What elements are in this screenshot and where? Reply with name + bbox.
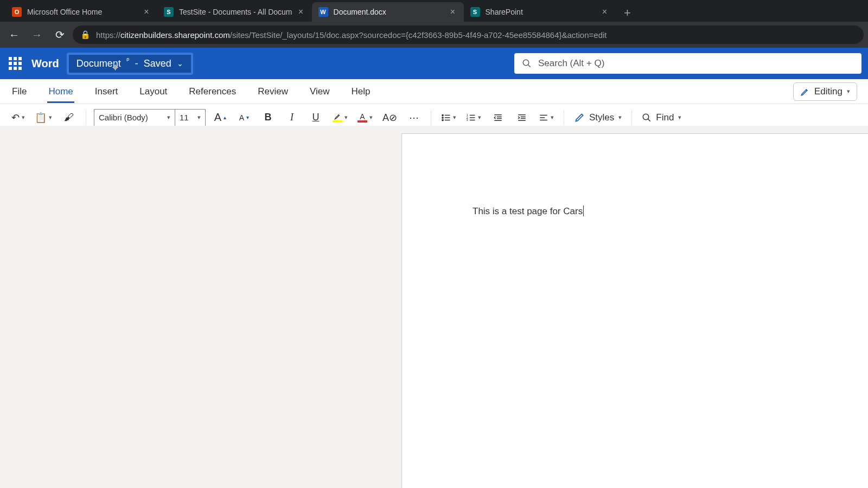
more-formatting-button[interactable]: ⋯ (405, 108, 423, 127)
tab-view[interactable]: View (309, 81, 331, 102)
tab-file[interactable]: File (11, 81, 28, 102)
chevron-down-icon: ▾ (369, 114, 373, 121)
favicon-office-icon: O (12, 7, 22, 17)
close-icon[interactable]: × (601, 8, 609, 16)
font-name-select[interactable]: Calibri (Body) ▾ (94, 109, 175, 126)
tab-title: Document.docx (334, 8, 444, 16)
svg-point-25 (643, 114, 649, 120)
separator (564, 110, 564, 125)
url-path: /sites/TestSite/_layouts/15/doc.aspx?sou… (230, 30, 607, 40)
presence-icon: ᵖ (126, 56, 130, 65)
svg-point-6 (442, 119, 443, 120)
outdent-icon (493, 113, 503, 123)
bullets-button[interactable]: ▾ (439, 108, 458, 127)
ribbon-tabs: File Home Insert Layout References Revie… (0, 79, 868, 104)
highlight-color-button[interactable]: ▾ (330, 108, 350, 127)
styles-button[interactable]: Styles ▾ (572, 108, 624, 127)
favicon-sharepoint-icon: S (164, 7, 174, 17)
url-input[interactable]: 🔒 https://citizenbuilders.sharepoint.com… (73, 25, 864, 44)
font-color-swatch (358, 120, 367, 123)
tab-insert[interactable]: Insert (94, 81, 119, 102)
text-cursor (583, 206, 584, 216)
svg-point-2 (442, 114, 443, 115)
tab-review[interactable]: Review (257, 81, 289, 102)
undo-button[interactable]: ↶▾ (9, 108, 27, 127)
browser-tab[interactable]: S SharePoint × (464, 2, 616, 22)
find-button[interactable]: Find ▾ (640, 108, 684, 127)
font-size-value: 11 (180, 113, 189, 122)
chevron-down-icon: ▾ (551, 114, 554, 121)
favicon-sharepoint-icon: S (470, 7, 480, 17)
browser-tab[interactable]: S TestSite - Documents - All Docum × (157, 2, 312, 22)
indent-icon (517, 113, 527, 123)
document-page[interactable]: This is a test page for Cars (401, 133, 868, 488)
separator: - (135, 58, 138, 69)
clear-formatting-button[interactable]: A⊘ (380, 108, 399, 127)
browser-tab-active[interactable]: W Document.docx × (312, 2, 464, 22)
styles-label: Styles (589, 112, 614, 123)
app-launcher-icon[interactable] (7, 55, 24, 72)
chevron-down-icon: ▾ (22, 114, 25, 121)
search-input[interactable]: Search (Alt + Q) (514, 53, 861, 74)
underline-button[interactable]: U (307, 108, 325, 127)
tab-references[interactable]: References (188, 81, 237, 102)
tab-title: SharePoint (486, 8, 596, 16)
chevron-down-icon: ▾ (618, 114, 622, 121)
tab-title: Microsoft Office Home (27, 8, 138, 16)
browser-chrome: O Microsoft Office Home × S TestSite - D… (0, 0, 868, 48)
align-button[interactable]: ▾ (537, 108, 556, 127)
mode-label: Editing (814, 86, 843, 97)
chevron-down-icon: ⌄ (177, 59, 183, 68)
chevron-down-icon: ▾ (197, 114, 201, 121)
url-host: citizenbuilders.sharepoint.com (120, 30, 230, 40)
app-name: Word (31, 57, 59, 70)
decrease-indent-button[interactable] (489, 108, 507, 127)
new-tab-button[interactable]: + (619, 4, 636, 22)
font-size-select[interactable]: 11 ▾ (175, 109, 206, 126)
highlighter-icon (333, 113, 342, 120)
font-color-button[interactable]: A ▾ (355, 108, 375, 127)
tab-strip: O Microsoft Office Home × S TestSite - D… (0, 0, 868, 22)
browser-tab[interactable]: O Microsoft Office Home × (5, 2, 157, 22)
highlight-swatch (333, 120, 342, 123)
close-icon[interactable]: × (142, 8, 151, 16)
reload-button[interactable]: ⟳ (50, 25, 69, 44)
close-icon[interactable]: × (297, 8, 305, 16)
svg-text:3: 3 (467, 118, 468, 121)
separator (631, 110, 632, 125)
tab-home[interactable]: Home (47, 81, 74, 102)
page-content[interactable]: This is a test page for Cars (402, 134, 868, 217)
cursor-icon: ⌖ (112, 61, 118, 74)
numbering-button[interactable]: 123 ▾ (464, 108, 483, 127)
body-text[interactable]: This is a test page for Cars (473, 206, 583, 216)
bold-button[interactable]: B (259, 108, 277, 127)
separator (431, 110, 431, 125)
tab-layout[interactable]: Layout (138, 81, 168, 102)
align-left-icon (539, 113, 548, 123)
format-painter-button[interactable]: 🖌 (60, 108, 78, 127)
find-label: Find (656, 112, 674, 123)
app-header: Word Document ᵖ - Saved ⌄ ⌖ Search (Alt … (0, 48, 868, 79)
favicon-word-icon: W (318, 7, 328, 17)
close-icon[interactable]: × (449, 8, 457, 16)
increase-indent-button[interactable] (513, 108, 531, 127)
tab-help[interactable]: Help (350, 81, 372, 102)
back-button[interactable]: ← (4, 25, 24, 44)
lock-icon: 🔒 (80, 30, 91, 40)
svg-line-26 (648, 119, 651, 121)
shrink-font-button[interactable]: A▾ (235, 108, 253, 127)
chevron-down-icon: ▾ (49, 114, 52, 121)
paste-button[interactable]: 📋▾ (33, 108, 54, 127)
tab-title: TestSite - Documents - All Docum (179, 8, 292, 16)
italic-button[interactable]: I (283, 108, 301, 127)
grow-font-button[interactable]: A▴ (211, 108, 229, 127)
search-icon (522, 59, 532, 68)
forward-button[interactable]: → (27, 25, 47, 44)
editing-mode-button[interactable]: Editing ▾ (793, 82, 857, 101)
document-canvas[interactable]: This is a test page for Cars (0, 126, 868, 488)
font-name-value: Calibri (Body) (99, 113, 148, 122)
chevron-down-icon: ▾ (167, 114, 170, 121)
search-placeholder: Search (Alt + Q) (538, 58, 604, 69)
numbering-icon: 123 (466, 113, 476, 123)
document-title-button[interactable]: Document ᵖ - Saved ⌄ ⌖ (67, 53, 193, 75)
